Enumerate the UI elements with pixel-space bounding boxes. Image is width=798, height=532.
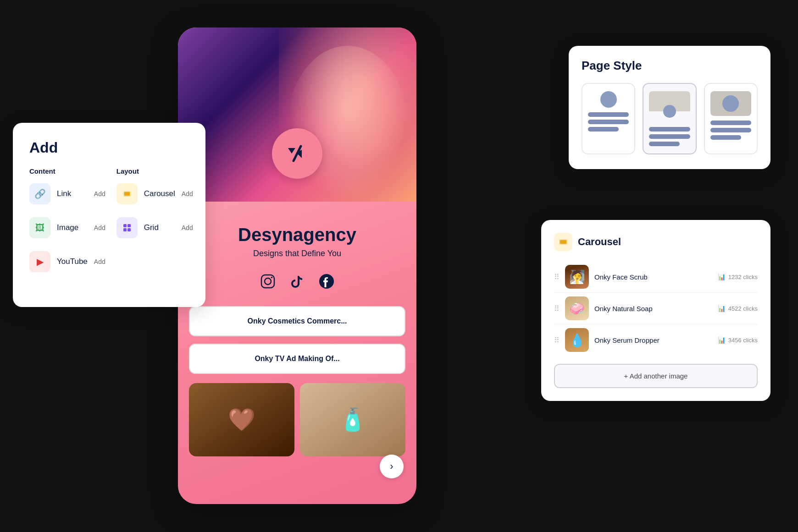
style-bar	[710, 135, 741, 140]
tiktok-icon[interactable]	[287, 271, 307, 291]
carousel-item-face-scrub: ⠿ Onky Face Scrub 📊 1232 clicks	[554, 261, 758, 293]
grid-icon	[116, 217, 138, 238]
phone-mockup: Desynagency Designs that Define You	[178, 27, 416, 504]
svg-rect-4	[123, 228, 127, 231]
carousel-icon	[116, 183, 138, 204]
carousel-panel: Carousel ⠿ Onky Face Scrub 📊 1232 clicks…	[541, 220, 770, 401]
link-icon: 🔗	[29, 183, 50, 204]
carousel-panel-title: Carousel	[578, 236, 621, 248]
phone-btn-cosmetics[interactable]: Onky Cosmetics Commerc...	[189, 306, 405, 336]
svg-marker-6	[288, 148, 295, 154]
svg-rect-5	[127, 228, 131, 231]
page-style-title: Page Style	[582, 59, 758, 73]
image-add-btn[interactable]: Add	[94, 224, 105, 231]
serum-dropper-thumb	[565, 328, 589, 352]
grid-add-btn[interactable]: Add	[182, 224, 193, 231]
style-bar	[588, 127, 619, 132]
logo-svg	[283, 140, 311, 167]
drag-handle-3[interactable]: ⠿	[554, 336, 560, 345]
add-youtube-item: ▶ YouTube Add	[29, 251, 105, 272]
style-bar	[588, 112, 629, 117]
phone-btn-tv[interactable]: Onky TV Ad Making Of...	[189, 344, 405, 374]
add-panel: Add Content 🔗 Link Add 🖼 Image Add ▶ You…	[13, 123, 205, 307]
phone-nav-arrow[interactable]: ›	[380, 455, 404, 478]
image-icon: 🖼	[29, 217, 50, 238]
face-scrub-name: Onky Face Scrub	[594, 273, 712, 281]
style-bars-1	[588, 112, 629, 132]
page-style-panel: Page Style	[569, 46, 770, 169]
phone-tagline: Designs that Define You	[189, 249, 405, 258]
serum-dropper-name: Onky Serum Dropper	[594, 336, 712, 344]
add-carousel-item: Carousel Add	[116, 183, 193, 204]
youtube-label: YouTube	[57, 257, 88, 266]
style-bar	[649, 134, 690, 139]
natural-soap-clicks: 📊 4522 clicks	[718, 305, 758, 312]
phone-img-dark-skin	[189, 383, 294, 456]
style-card-top-image[interactable]	[643, 83, 696, 154]
style-options	[582, 83, 758, 154]
bar-chart-icon-1: 📊	[718, 273, 726, 280]
face-scrub-click-count: 1232 clicks	[728, 274, 758, 280]
serum-dropper-click-count: 3456 clicks	[728, 337, 758, 344]
bar-chart-icon-3: 📊	[718, 336, 726, 344]
style-bar	[588, 120, 629, 124]
phone-logo-circle	[272, 128, 322, 179]
carousel-item-natural-soap: ⠿ Onky Natural Soap 📊 4522 clicks	[554, 293, 758, 324]
bar-chart-icon-2: 📊	[718, 305, 726, 312]
style-avatar-circle-1	[600, 91, 617, 108]
style-card-side-image[interactable]	[704, 83, 758, 154]
add-grid-item: Grid Add	[116, 217, 193, 238]
instagram-icon[interactable]	[258, 271, 278, 291]
carousel-panel-icon	[554, 233, 572, 251]
drag-handle-1[interactable]: ⠿	[554, 273, 560, 281]
serum-dropper-clicks: 📊 3456 clicks	[718, 336, 758, 344]
natural-soap-click-count: 4522 clicks	[728, 305, 758, 312]
svg-rect-1	[124, 192, 130, 196]
link-add-btn[interactable]: Add	[94, 190, 105, 197]
add-panel-title: Add	[29, 139, 189, 156]
style-bars-2	[649, 127, 690, 146]
facebook-icon[interactable]	[316, 271, 337, 291]
add-image-item: 🖼 Image Add	[29, 217, 105, 238]
style-bars-3	[710, 121, 751, 140]
style-bar	[710, 128, 751, 132]
natural-soap-thumb	[565, 296, 589, 320]
link-label: Link	[57, 189, 88, 198]
carousel-item-serum-dropper: ⠿ Onky Serum Dropper 📊 3456 clicks	[554, 324, 758, 356]
face-scrub-thumb	[565, 265, 589, 289]
phone-image-row	[189, 383, 405, 456]
svg-point-11	[271, 277, 273, 279]
style-card-centered[interactable]	[582, 83, 635, 154]
svg-point-10	[265, 278, 271, 285]
carousel-panel-header: Carousel	[554, 233, 758, 251]
svg-rect-2	[123, 224, 127, 227]
style-bar	[649, 127, 690, 132]
style-bar	[649, 142, 680, 146]
natural-soap-name: Onky Natural Soap	[594, 305, 712, 313]
svg-rect-14	[560, 240, 566, 244]
youtube-add-btn[interactable]: Add	[94, 258, 105, 265]
phone-content: Desynagency Designs that Define You	[178, 192, 416, 456]
content-col-label: Content	[29, 167, 105, 175]
svg-rect-3	[127, 224, 131, 227]
layout-col-label: Layout	[116, 167, 193, 175]
face-scrub-clicks: 📊 1232 clicks	[718, 273, 758, 280]
phone-social-icons	[189, 271, 405, 291]
grid-label: Grid	[144, 223, 175, 232]
carousel-add-btn[interactable]: Add	[182, 190, 193, 197]
add-another-image-button[interactable]: + Add another image	[554, 364, 758, 388]
youtube-icon: ▶	[29, 251, 50, 272]
drag-handle-2[interactable]: ⠿	[554, 304, 560, 313]
image-label: Image	[57, 223, 88, 232]
add-link-item: 🔗 Link Add	[29, 183, 105, 204]
svg-rect-9	[261, 275, 274, 288]
style-bar	[710, 121, 751, 125]
carousel-label: Carousel	[144, 189, 175, 198]
phone-img-cream	[300, 383, 405, 456]
phone-brand-name: Desynagency	[189, 225, 405, 245]
